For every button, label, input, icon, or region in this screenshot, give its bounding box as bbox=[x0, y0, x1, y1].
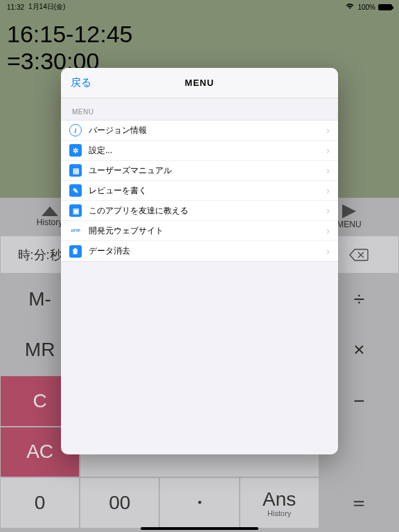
chevron-right-icon: › bbox=[326, 185, 330, 196]
gear-icon: ✲ bbox=[69, 144, 82, 157]
menu-item-manual[interactable]: ▤ ユーザーズマニュアル › bbox=[61, 161, 338, 181]
menu-list: i バージョン情報 › ✲ 設定... › ▤ ユーザーズマニュアル › ✎ レ… bbox=[61, 120, 338, 262]
section-label: MENU bbox=[61, 98, 338, 120]
menu-item-settings[interactable]: ✲ 設定... › bbox=[61, 141, 338, 161]
menu-item-label: バージョン情報 bbox=[89, 125, 326, 136]
chevron-right-icon: › bbox=[326, 125, 330, 136]
chevron-right-icon: › bbox=[326, 165, 330, 176]
menu-item-label: 設定... bbox=[89, 145, 326, 157]
chevron-right-icon: › bbox=[326, 246, 330, 257]
modal-header: 戻る MENU bbox=[61, 68, 338, 98]
chevron-right-icon: › bbox=[326, 145, 330, 156]
modal-title: MENU bbox=[61, 78, 338, 88]
modal-overlay[interactable]: 戻る MENU MENU i バージョン情報 › ✲ 設定... › ▤ ユーザ… bbox=[0, 0, 399, 532]
menu-modal: 戻る MENU MENU i バージョン情報 › ✲ 設定... › ▤ ユーザ… bbox=[61, 68, 338, 454]
trash-icon: 🗑 bbox=[69, 245, 82, 258]
menu-item-label: レビューを書く bbox=[89, 185, 326, 197]
menu-item-clear-data[interactable]: 🗑 データ消去 › bbox=[61, 241, 338, 261]
menu-item-label: ユーザーズマニュアル bbox=[89, 165, 326, 177]
chevron-right-icon: › bbox=[326, 225, 330, 236]
pencil-icon: ✎ bbox=[69, 184, 82, 197]
menu-item-website[interactable]: HTTP 開発元ウェブサイト › bbox=[61, 221, 338, 241]
share-icon: ▣ bbox=[69, 204, 82, 217]
book-icon: ▤ bbox=[69, 164, 82, 177]
info-icon: i bbox=[69, 124, 82, 136]
menu-item-label: 開発元ウェブサイト bbox=[89, 225, 326, 237]
menu-item-review[interactable]: ✎ レビューを書く › bbox=[61, 181, 338, 201]
back-button[interactable]: 戻る bbox=[61, 76, 101, 89]
menu-item-share[interactable]: ▣ このアプリを友達に教える › bbox=[61, 201, 338, 221]
menu-item-version[interactable]: i バージョン情報 › bbox=[61, 121, 338, 141]
chevron-right-icon: › bbox=[326, 205, 330, 216]
http-icon: HTTP bbox=[69, 224, 82, 237]
menu-item-label: このアプリを友達に教える bbox=[89, 205, 326, 217]
menu-item-label: データ消去 bbox=[89, 245, 326, 257]
